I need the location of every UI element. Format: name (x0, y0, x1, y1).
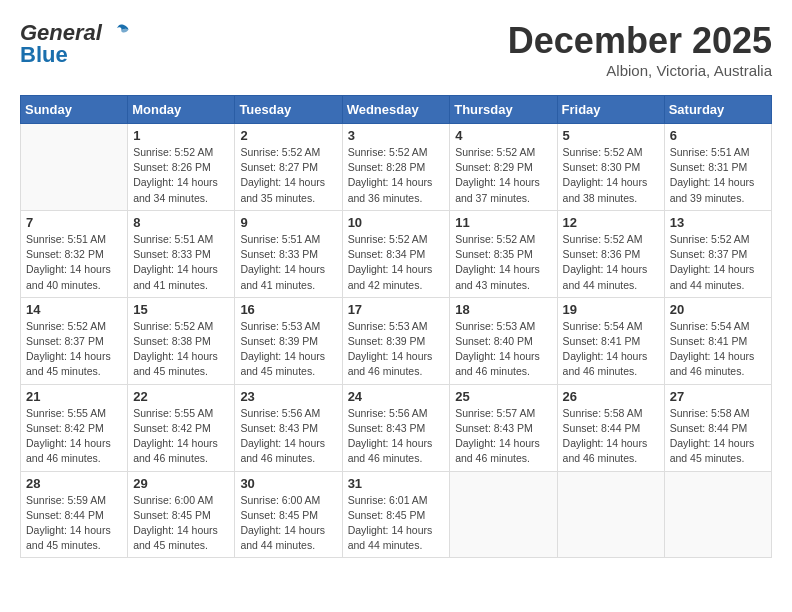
sunset: Sunset: 8:37 PM (670, 248, 748, 260)
sunrise: Sunrise: 5:54 AM (563, 320, 643, 332)
day-number: 3 (348, 128, 445, 143)
day-info: Sunrise: 5:52 AM Sunset: 8:26 PM Dayligh… (133, 145, 229, 206)
day-number: 10 (348, 215, 445, 230)
daylight: Daylight: 14 hours and 44 minutes. (563, 263, 648, 290)
calendar-day: 15 Sunrise: 5:52 AM Sunset: 8:38 PM Dayl… (128, 297, 235, 384)
sunrise: Sunrise: 5:55 AM (26, 407, 106, 419)
day-number: 6 (670, 128, 766, 143)
column-header-wednesday: Wednesday (342, 96, 450, 124)
sunrise: Sunrise: 5:52 AM (348, 233, 428, 245)
day-info: Sunrise: 5:56 AM Sunset: 8:43 PM Dayligh… (240, 406, 336, 467)
day-info: Sunrise: 5:51 AM Sunset: 8:33 PM Dayligh… (133, 232, 229, 293)
column-header-saturday: Saturday (664, 96, 771, 124)
day-info: Sunrise: 5:53 AM Sunset: 8:40 PM Dayligh… (455, 319, 551, 380)
sunset: Sunset: 8:41 PM (563, 335, 641, 347)
sunrise: Sunrise: 5:53 AM (455, 320, 535, 332)
calendar-day: 29 Sunrise: 6:00 AM Sunset: 8:45 PM Dayl… (128, 471, 235, 558)
sunrise: Sunrise: 5:52 AM (455, 146, 535, 158)
calendar-week-5: 28 Sunrise: 5:59 AM Sunset: 8:44 PM Dayl… (21, 471, 772, 558)
sunset: Sunset: 8:36 PM (563, 248, 641, 260)
calendar-day: 14 Sunrise: 5:52 AM Sunset: 8:37 PM Dayl… (21, 297, 128, 384)
sunset: Sunset: 8:43 PM (240, 422, 318, 434)
calendar-week-2: 7 Sunrise: 5:51 AM Sunset: 8:32 PM Dayli… (21, 210, 772, 297)
sunrise: Sunrise: 6:00 AM (240, 494, 320, 506)
day-info: Sunrise: 5:52 AM Sunset: 8:30 PM Dayligh… (563, 145, 659, 206)
daylight: Daylight: 14 hours and 46 minutes. (563, 437, 648, 464)
calendar-day: 10 Sunrise: 5:52 AM Sunset: 8:34 PM Dayl… (342, 210, 450, 297)
day-info: Sunrise: 5:52 AM Sunset: 8:27 PM Dayligh… (240, 145, 336, 206)
sunset: Sunset: 8:45 PM (240, 509, 318, 521)
daylight: Daylight: 14 hours and 42 minutes. (348, 263, 433, 290)
sunset: Sunset: 8:37 PM (26, 335, 104, 347)
calendar-day: 2 Sunrise: 5:52 AM Sunset: 8:27 PM Dayli… (235, 124, 342, 211)
daylight: Daylight: 14 hours and 46 minutes. (133, 437, 218, 464)
day-info: Sunrise: 5:55 AM Sunset: 8:42 PM Dayligh… (26, 406, 122, 467)
daylight: Daylight: 14 hours and 45 minutes. (240, 350, 325, 377)
calendar-day: 12 Sunrise: 5:52 AM Sunset: 8:36 PM Dayl… (557, 210, 664, 297)
sunrise: Sunrise: 5:51 AM (240, 233, 320, 245)
location: Albion, Victoria, Australia (508, 62, 772, 79)
calendar-day: 3 Sunrise: 5:52 AM Sunset: 8:28 PM Dayli… (342, 124, 450, 211)
day-info: Sunrise: 6:01 AM Sunset: 8:45 PM Dayligh… (348, 493, 445, 554)
sunrise: Sunrise: 5:52 AM (563, 146, 643, 158)
day-info: Sunrise: 5:52 AM Sunset: 8:35 PM Dayligh… (455, 232, 551, 293)
day-info: Sunrise: 5:55 AM Sunset: 8:42 PM Dayligh… (133, 406, 229, 467)
daylight: Daylight: 14 hours and 44 minutes. (670, 263, 755, 290)
sunrise: Sunrise: 5:54 AM (670, 320, 750, 332)
daylight: Daylight: 14 hours and 45 minutes. (26, 350, 111, 377)
sunset: Sunset: 8:44 PM (26, 509, 104, 521)
calendar-day (450, 471, 557, 558)
calendar-day: 13 Sunrise: 5:52 AM Sunset: 8:37 PM Dayl… (664, 210, 771, 297)
sunrise: Sunrise: 5:51 AM (670, 146, 750, 158)
calendar-day (664, 471, 771, 558)
title-area: December 2025 Albion, Victoria, Australi… (508, 20, 772, 79)
daylight: Daylight: 14 hours and 44 minutes. (348, 524, 433, 551)
day-number: 28 (26, 476, 122, 491)
daylight: Daylight: 14 hours and 45 minutes. (133, 524, 218, 551)
calendar-day: 8 Sunrise: 5:51 AM Sunset: 8:33 PM Dayli… (128, 210, 235, 297)
calendar-day: 31 Sunrise: 6:01 AM Sunset: 8:45 PM Dayl… (342, 471, 450, 558)
daylight: Daylight: 14 hours and 46 minutes. (240, 437, 325, 464)
column-header-sunday: Sunday (21, 96, 128, 124)
calendar-day: 21 Sunrise: 5:55 AM Sunset: 8:42 PM Dayl… (21, 384, 128, 471)
sunrise: Sunrise: 5:56 AM (348, 407, 428, 419)
daylight: Daylight: 14 hours and 34 minutes. (133, 176, 218, 203)
sunrise: Sunrise: 5:52 AM (133, 320, 213, 332)
day-info: Sunrise: 5:56 AM Sunset: 8:43 PM Dayligh… (348, 406, 445, 467)
day-number: 15 (133, 302, 229, 317)
calendar-day: 20 Sunrise: 5:54 AM Sunset: 8:41 PM Dayl… (664, 297, 771, 384)
daylight: Daylight: 14 hours and 45 minutes. (26, 524, 111, 551)
calendar-day: 26 Sunrise: 5:58 AM Sunset: 8:44 PM Dayl… (557, 384, 664, 471)
daylight: Daylight: 14 hours and 46 minutes. (670, 350, 755, 377)
sunrise: Sunrise: 5:52 AM (563, 233, 643, 245)
sunrise: Sunrise: 5:52 AM (133, 146, 213, 158)
day-info: Sunrise: 5:52 AM Sunset: 8:36 PM Dayligh… (563, 232, 659, 293)
day-info: Sunrise: 5:51 AM Sunset: 8:33 PM Dayligh… (240, 232, 336, 293)
column-header-monday: Monday (128, 96, 235, 124)
day-number: 18 (455, 302, 551, 317)
calendar-day (557, 471, 664, 558)
daylight: Daylight: 14 hours and 37 minutes. (455, 176, 540, 203)
sunrise: Sunrise: 5:52 AM (670, 233, 750, 245)
day-number: 24 (348, 389, 445, 404)
day-info: Sunrise: 5:53 AM Sunset: 8:39 PM Dayligh… (348, 319, 445, 380)
sunrise: Sunrise: 5:52 AM (348, 146, 428, 158)
day-info: Sunrise: 5:58 AM Sunset: 8:44 PM Dayligh… (670, 406, 766, 467)
day-number: 5 (563, 128, 659, 143)
daylight: Daylight: 14 hours and 46 minutes. (26, 437, 111, 464)
sunset: Sunset: 8:40 PM (455, 335, 533, 347)
daylight: Daylight: 14 hours and 46 minutes. (348, 437, 433, 464)
sunset: Sunset: 8:34 PM (348, 248, 426, 260)
day-number: 1 (133, 128, 229, 143)
calendar-day: 27 Sunrise: 5:58 AM Sunset: 8:44 PM Dayl… (664, 384, 771, 471)
calendar-table: SundayMondayTuesdayWednesdayThursdayFrid… (20, 95, 772, 558)
sunset: Sunset: 8:38 PM (133, 335, 211, 347)
day-info: Sunrise: 5:54 AM Sunset: 8:41 PM Dayligh… (563, 319, 659, 380)
day-number: 25 (455, 389, 551, 404)
sunset: Sunset: 8:45 PM (348, 509, 426, 521)
calendar-day: 7 Sunrise: 5:51 AM Sunset: 8:32 PM Dayli… (21, 210, 128, 297)
calendar-day: 16 Sunrise: 5:53 AM Sunset: 8:39 PM Dayl… (235, 297, 342, 384)
day-info: Sunrise: 5:52 AM Sunset: 8:29 PM Dayligh… (455, 145, 551, 206)
sunset: Sunset: 8:28 PM (348, 161, 426, 173)
day-info: Sunrise: 5:52 AM Sunset: 8:37 PM Dayligh… (26, 319, 122, 380)
